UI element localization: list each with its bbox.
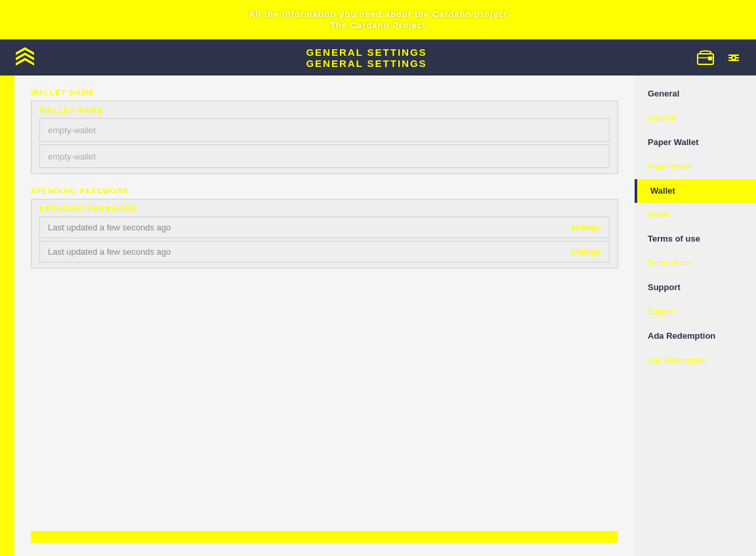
main-layout: WALLET NAME WALLET NAME SPENDING PASSWOR… (0, 75, 756, 556)
sidebar-label-ada-redemption2: Ada Redemption (648, 356, 706, 365)
sidebar-label-terms1: Terms of use (648, 234, 700, 244)
navbar-title-line2: GENERAL SETTINGS (37, 58, 696, 69)
spending-password-group: SPENDING PASSWORD SPENDING PASSWORD Last… (31, 187, 618, 268)
spending-password-row1: Last updated a few seconds ago change (39, 217, 610, 238)
navbar-actions (696, 49, 743, 67)
sidebar-item-support2[interactable]: Support (635, 300, 756, 324)
sidebar-label-terms2: Terms of use (648, 259, 693, 268)
spending-password-value1: Last updated a few seconds ago (48, 223, 171, 232)
sidebar-label-support1: Support (648, 282, 681, 292)
wallet-name-input[interactable] (48, 125, 601, 135)
wallet-name-label2: WALLET NAME (39, 106, 610, 114)
sidebar-item-terms1[interactable]: Terms of use (635, 227, 756, 251)
svg-marker-2 (16, 58, 34, 66)
sidebar-label-wallet2: Wallet (648, 210, 669, 219)
spending-password-label2: SPENDING PASSWORD (39, 205, 610, 213)
wallet-name-label: WALLET NAME (31, 89, 618, 96)
svg-point-6 (732, 56, 736, 60)
content-area: WALLET NAME WALLET NAME SPENDING PASSWOR… (14, 75, 635, 556)
logo-icon (13, 46, 37, 70)
spending-password-box-outer: SPENDING PASSWORD Last updated a few sec… (31, 199, 618, 268)
password-row2: Last updated a few seconds ago change (48, 247, 601, 257)
form-section: WALLET NAME WALLET NAME SPENDING PASSWOR… (31, 89, 618, 531)
settings-icon-button[interactable] (724, 49, 743, 67)
navbar-title: GENERAL SETTINGS GENERAL SETTINGS (37, 47, 696, 69)
wallet-name-group: WALLET NAME WALLET NAME (31, 89, 618, 174)
sidebar-label-paper-wallet1: Paper Wallet (648, 137, 699, 147)
sidebar-item-general1[interactable]: General (635, 82, 756, 106)
password-row1: Last updated a few seconds ago change (48, 223, 601, 232)
sidebar-item-wallet2[interactable]: Wallet (635, 203, 756, 227)
spending-password-row2: Last updated a few seconds ago change (39, 241, 610, 263)
sidebar-item-ada-redemption2[interactable]: Ada Redemption (635, 349, 756, 373)
sidebar-label-general1: General (648, 89, 679, 98)
sidebar-item-wallet1[interactable]: Wallet (635, 179, 756, 203)
sidebar-label-ada-redemption1: Ada Redemption (648, 331, 715, 341)
sidebar-item-terms2[interactable]: Terms of use (635, 251, 756, 276)
sidebar-label-support2: Support (648, 307, 675, 316)
change-password-button1[interactable]: change (571, 223, 601, 232)
sidebar-item-support1[interactable]: Support (635, 276, 756, 300)
sidebar-item-general2[interactable]: General (635, 106, 756, 131)
right-sidebar: General General Paper Wallet Paper Walle… (635, 75, 756, 556)
banner-line1: All the information you need about the C… (249, 9, 508, 19)
sidebar-label-general2: General (648, 114, 676, 123)
wallet-name-input-wrap2[interactable] (39, 144, 610, 168)
navbar-title-line1: GENERAL SETTINGS (37, 47, 696, 58)
wallet-name-input-wrap[interactable] (39, 118, 610, 142)
settings-icon (724, 49, 743, 67)
svg-rect-4 (708, 56, 712, 60)
wallet-icon-button[interactable] (696, 49, 715, 67)
navbar: GENERAL SETTINGS GENERAL SETTINGS (0, 39, 756, 75)
bottom-accent-bar (31, 531, 618, 543)
sidebar-item-paper-wallet1[interactable]: Paper Wallet (635, 131, 756, 155)
logo (13, 46, 37, 70)
sidebar-item-ada-redemption1[interactable]: Ada Redemption (635, 324, 756, 349)
wallet-name-input2[interactable] (48, 152, 601, 161)
wallet-icon (696, 49, 715, 67)
sidebar-item-paper-wallet2[interactable]: Paper Wallet (635, 155, 756, 179)
wallet-name-box-outer: WALLET NAME (31, 100, 618, 174)
left-accent-strip (0, 75, 14, 556)
spending-password-value2: Last updated a few seconds ago (48, 247, 171, 257)
change-password-button2[interactable]: change (571, 247, 601, 257)
sidebar-label-paper-wallet2: Paper Wallet (648, 162, 692, 171)
top-banner: All the information you need about the C… (0, 0, 756, 39)
banner-line2: The Cardano Project (330, 20, 426, 30)
spending-password-label: SPENDING PASSWORD (31, 187, 618, 195)
sidebar-label-wallet1: Wallet (650, 186, 675, 196)
